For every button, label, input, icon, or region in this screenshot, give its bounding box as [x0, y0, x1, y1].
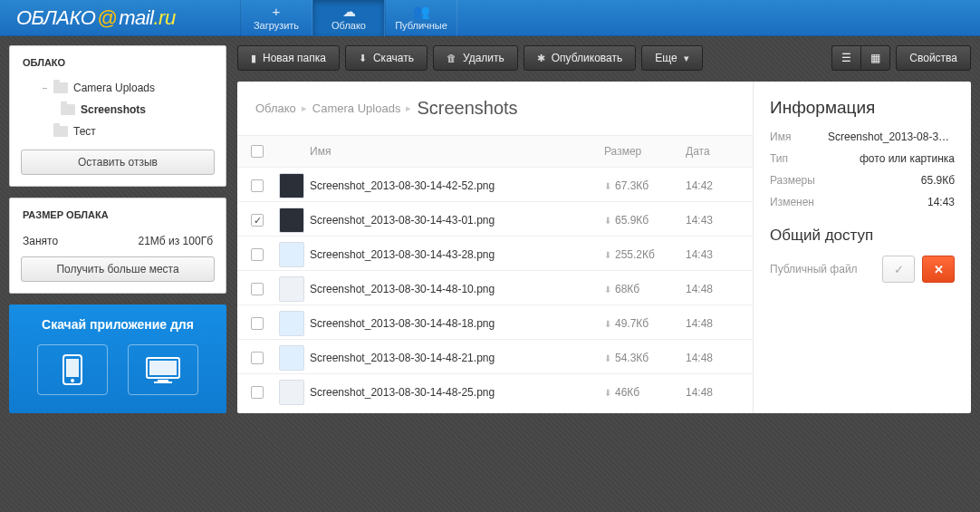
table-row[interactable]: ✓Screenshot_2013-08-30-14-43-01.png⬇65.9… — [237, 201, 753, 236]
tree-label: Тест — [73, 125, 96, 138]
logo[interactable]: ОБЛАКО@mail.ru — [0, 0, 240, 36]
crumb[interactable]: Camera Uploads — [312, 101, 401, 115]
storage-row: Занято 21Мб из 100Гб — [10, 229, 226, 256]
svg-rect-6 — [154, 382, 172, 383]
grid-icon: ▦ — [870, 52, 880, 64]
row-checkbox[interactable] — [251, 283, 264, 295]
share-unlock-button[interactable]: ✓ — [882, 256, 915, 283]
info-type-key: Тип — [770, 152, 788, 165]
crumb[interactable]: Облако — [255, 101, 296, 115]
file-name: Screenshot_2013-08-30-14-42-52.png — [310, 179, 604, 192]
file-date: 14:42 — [686, 179, 749, 192]
folder-icon — [61, 104, 75, 115]
chevron-right-icon: ▸ — [302, 102, 307, 114]
people-icon: 👥 — [413, 5, 430, 18]
share-lock-button[interactable]: ✕ — [922, 256, 955, 283]
share-label: Публичный файл — [770, 263, 875, 275]
file-name: Screenshot_2013-08-30-14-48-10.png — [310, 283, 604, 295]
file-thumbnail — [279, 173, 304, 198]
disclosure-icon: – — [43, 83, 52, 92]
feedback-button[interactable]: Оставить отзыв — [21, 150, 215, 175]
new-folder-button[interactable]: ▮ Новая папка — [237, 45, 340, 71]
tree-item-camera-uploads[interactable]: – Camera Uploads — [17, 77, 218, 99]
col-size[interactable]: Размер — [604, 145, 686, 158]
table-row[interactable]: Screenshot_2013-08-30-14-43-28.png⬇255.2… — [237, 236, 753, 270]
select-all-checkbox[interactable] — [251, 145, 264, 158]
more-button[interactable]: Еще ▾ — [641, 45, 702, 71]
nav-public[interactable]: 👥 Публичные — [385, 0, 457, 36]
row-checkbox[interactable] — [251, 386, 264, 399]
info-modified-key: Изменен — [770, 196, 814, 208]
grid-view-button[interactable]: ▦ — [860, 45, 890, 71]
storage-used-label: Занято — [23, 235, 58, 247]
top-bar: ОБЛАКО@mail.ru + Загрузить ☁ Облако 👥 Пу… — [0, 0, 980, 36]
logo-ru: .ru — [153, 6, 175, 30]
table-row[interactable]: Screenshot_2013-08-30-14-42-52.png⬇67.3К… — [237, 167, 753, 201]
file-size: 54.3Кб — [615, 352, 649, 364]
info-type-value: фото или картинка — [860, 152, 955, 165]
file-date: 14:48 — [686, 352, 749, 364]
promo-panel: Скачай приложение для — [9, 304, 226, 413]
info-title: Информация — [770, 98, 955, 118]
col-name[interactable]: Имя — [310, 145, 604, 158]
download-icon: ⬇ — [604, 319, 611, 329]
file-size: 67.3Кб — [615, 179, 649, 192]
folder-icon — [53, 82, 68, 93]
row-checkbox[interactable] — [251, 179, 264, 192]
list-view-button[interactable]: ☰ — [831, 45, 860, 71]
svg-point-2 — [71, 379, 74, 382]
info-name-value: Screenshot_2013-08-30-14-4... — [828, 130, 955, 143]
file-thumbnail — [279, 311, 304, 336]
file-thumbnail — [279, 208, 304, 233]
check-icon: ✓ — [894, 263, 904, 276]
file-size: 65.9Кб — [615, 214, 649, 227]
file-size: 46Кб — [615, 386, 639, 399]
promo-desktop[interactable] — [128, 344, 198, 395]
file-date: 14:43 — [686, 214, 749, 227]
download-icon: ⬇ — [604, 216, 611, 226]
promo-title: Скачай приложение для — [18, 317, 217, 332]
table-row[interactable]: Screenshot_2013-08-30-14-48-10.png⬇68Кб1… — [237, 270, 753, 304]
properties-button[interactable]: Свойства — [896, 45, 971, 71]
table-row[interactable]: Screenshot_2013-08-30-14-48-21.png⬇54.3К… — [237, 339, 753, 373]
table-row[interactable]: Screenshot_2013-08-30-14-48-25.png⬇46Кб1… — [237, 373, 753, 408]
storage-used-value: 21Мб из 100Гб — [139, 235, 213, 247]
btn-label: Свойства — [909, 52, 957, 64]
col-date[interactable]: Дата — [686, 145, 749, 158]
tree-item-test[interactable]: Тест — [17, 121, 218, 142]
cloud-icon: ☁ — [342, 5, 356, 18]
folder-icon: ▮ — [251, 53, 256, 64]
svg-rect-5 — [158, 380, 168, 382]
view-toggle: ☰ ▦ — [831, 45, 890, 71]
info-name-key: Имя — [770, 130, 791, 143]
content: Облако ▸ Camera Uploads ▸ Screenshots Им… — [237, 82, 971, 413]
download-icon: ⬇ — [604, 250, 611, 260]
file-date: 14:48 — [686, 283, 749, 295]
nav-cloud[interactable]: ☁ Облако — [312, 0, 385, 36]
row-checkbox[interactable] — [251, 317, 264, 330]
btn-label: Новая папка — [263, 52, 326, 64]
row-checkbox[interactable]: ✓ — [251, 214, 264, 227]
file-size: 255.2Кб — [615, 248, 655, 261]
btn-label: Опубликовать — [552, 52, 622, 64]
download-button[interactable]: ⬇ Скачать — [345, 45, 428, 71]
row-checkbox[interactable] — [251, 352, 264, 364]
file-thumbnail — [279, 276, 304, 302]
folder-icon — [53, 126, 68, 137]
download-icon: ⬇ — [359, 53, 367, 64]
delete-button[interactable]: 🗑 Удалить — [433, 45, 518, 71]
folder-tree: – Camera Uploads Screenshots Тест — [10, 77, 226, 150]
promo-mobile[interactable] — [37, 344, 108, 395]
tree-item-screenshots[interactable]: Screenshots — [17, 99, 218, 121]
get-more-space-button[interactable]: Получить больше места — [21, 256, 215, 282]
storage-panel: РАЗМЕР ОБЛАКА Занято 21Мб из 100Гб Получ… — [9, 198, 226, 294]
nav-public-label: Публичные — [395, 20, 447, 31]
download-icon: ⬇ — [604, 353, 611, 363]
table-row[interactable]: Screenshot_2013-08-30-14-48-18.png⬇49.7К… — [237, 304, 753, 339]
publish-button[interactable]: ✱ Опубликовать — [524, 45, 636, 71]
row-checkbox[interactable] — [251, 248, 264, 261]
nav-upload[interactable]: + Загрузить — [240, 0, 312, 36]
table-header: Имя Размер Дата — [237, 135, 753, 167]
info-size-value: 65.9Кб — [921, 174, 955, 187]
file-thumbnail — [279, 242, 304, 267]
